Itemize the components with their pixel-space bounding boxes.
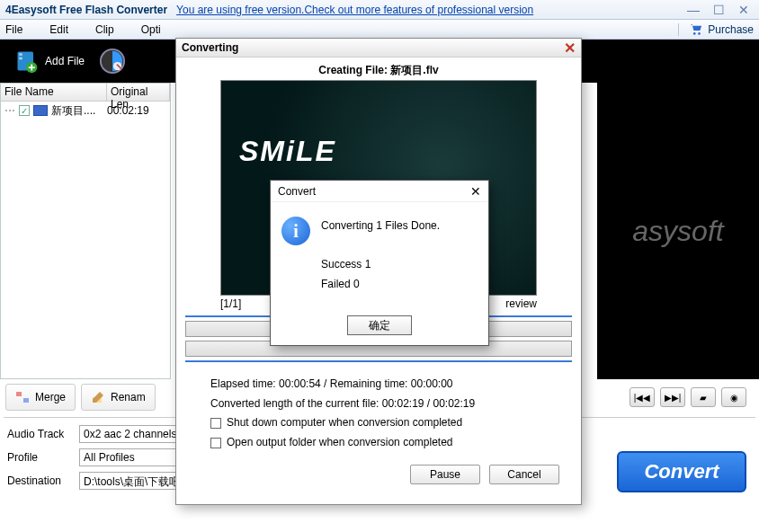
rename-icon [91,390,105,404]
alert-dialog: Convert ✕ i Converting 1 Files Done. Suc… [270,180,489,346]
svg-rect-9 [16,392,22,396]
promo-link[interactable]: You are using free version.Check out mor… [176,4,533,16]
alert-success: Success 1 [321,255,440,275]
add-file-label: Add File [45,55,85,67]
minimize-icon[interactable]: — [683,3,703,17]
expand-icon: ⋯ [4,104,15,117]
destination-label: Destination [7,474,72,487]
cancel-button[interactable]: Cancel [489,465,559,484]
converting-title: Converting [182,41,238,54]
info-icon: i [281,217,310,245]
purchase-button[interactable]: Purchase [678,23,754,36]
menu-file[interactable]: File [5,23,22,36]
menu-clip[interactable]: Clip [95,23,114,36]
video-overlay-text: SMiLE [239,135,336,168]
prev-button[interactable]: |◀◀ [630,387,655,407]
merge-icon [15,390,30,404]
alert-ok-button[interactable]: 确定 [347,315,412,335]
snapshot-button[interactable]: ◉ [721,387,746,407]
converted-length: Converted length of the current file: 00… [210,395,547,414]
col-filename[interactable]: File Name [1,84,107,101]
effect-icon[interactable] [99,48,126,75]
svg-rect-3 [19,53,22,56]
alert-line1: Converting 1 Files Done. [321,217,440,236]
open-folder-checkbox[interactable]: Open output folder when conversion compl… [210,433,547,453]
shutdown-checkbox[interactable]: Shut down computer when conversion compl… [210,413,547,433]
add-file-icon [14,49,40,74]
preview-panel: asysoft [597,83,759,379]
file-length: 00:02:19 [107,104,149,117]
maximize-icon[interactable]: ☐ [709,3,728,17]
alert-failed: Failed 0 [321,275,440,295]
close-icon[interactable]: ✕ [734,3,754,17]
cart-icon [690,23,702,36]
menu-edit[interactable]: Edit [49,23,68,36]
alert-title: Convert [278,185,316,198]
frame-count: [1/1] [220,297,241,310]
alert-close-icon[interactable]: ✕ [470,184,481,199]
menu-option[interactable]: Opti [141,23,161,36]
pause-button[interactable]: Pause [410,465,480,484]
convert-button[interactable]: Convert [617,451,746,492]
menu-bar: File Edit Clip Opti Purchase [0,20,759,40]
merge-button[interactable]: Merge [5,384,76,411]
add-file-button[interactable]: Add File [7,45,92,77]
aspect-button[interactable]: ▰ [691,387,716,407]
film-icon [33,105,48,116]
brand-watermark: asysoft [632,215,723,248]
title-bar: 4Easysoft Free Flash Converter You are u… [0,0,759,20]
next-button[interactable]: ▶▶| [660,387,685,407]
app-title: 4Easysoft Free Flash Converter [5,4,167,16]
svg-point-1 [698,32,701,35]
audio-track-label: Audio Track [7,428,72,440]
svg-rect-10 [23,398,29,403]
col-length[interactable]: Original Len [107,84,170,101]
svg-point-0 [693,32,696,35]
file-name: 新项目.... [51,103,103,119]
converting-close-icon[interactable]: ✕ [564,40,576,57]
elapsed-time: Elapsed time: 00:00:54 / Remaining time:… [210,375,547,395]
file-row[interactable]: ⋯ ✓ 新项目.... 00:02:19 [1,102,170,120]
file-list: File Name Original Len ⋯ ✓ 新项目.... 00:02… [0,83,171,379]
creating-file-label: Creating File: 新项目.flv [187,63,570,78]
profile-label: Profile [7,451,72,464]
frame-review: review [505,297,537,310]
svg-rect-4 [19,58,22,60]
purchase-label: Purchase [708,23,754,36]
file-checkbox[interactable]: ✓ [19,105,30,116]
rename-button[interactable]: Renam [81,384,156,411]
